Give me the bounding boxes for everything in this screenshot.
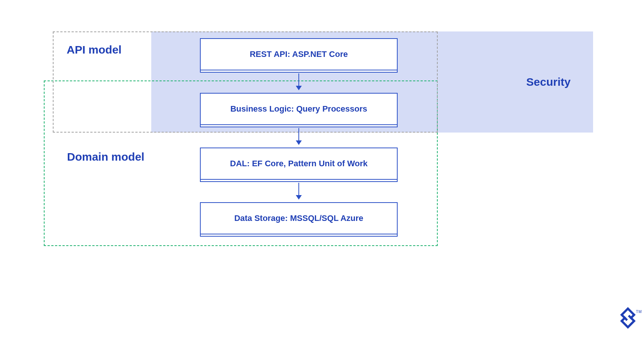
layer-label: Data Storage: MSSQL/SQL Azure (234, 213, 364, 223)
layer-label: REST API: ASP.NET Core (250, 49, 348, 59)
layer-label: DAL: EF Core, Pattern Unit of Work (230, 159, 368, 168)
domain-model-label: Domain model (67, 151, 145, 163)
arrow-business-to-dal (298, 128, 299, 145)
layer-label: Business Logic: Query Processors (230, 104, 367, 114)
layer-rest-api: REST API: ASP.NET Core (200, 38, 398, 70)
security-label: Security (526, 76, 571, 88)
trademark-text: TM (636, 310, 642, 314)
architecture-diagram: Security Domain model API model REST API… (0, 0, 644, 337)
layer-business-logic: Business Logic: Query Processors (200, 93, 398, 125)
arrow-dal-to-storage (298, 183, 299, 199)
layer-dal: DAL: EF Core, Pattern Unit of Work (200, 148, 398, 180)
arrow-rest-to-business (298, 73, 299, 90)
api-model-label: API model (67, 43, 122, 56)
layer-data-storage: Data Storage: MSSQL/SQL Azure (200, 202, 398, 234)
toptal-logo-icon (620, 307, 636, 329)
